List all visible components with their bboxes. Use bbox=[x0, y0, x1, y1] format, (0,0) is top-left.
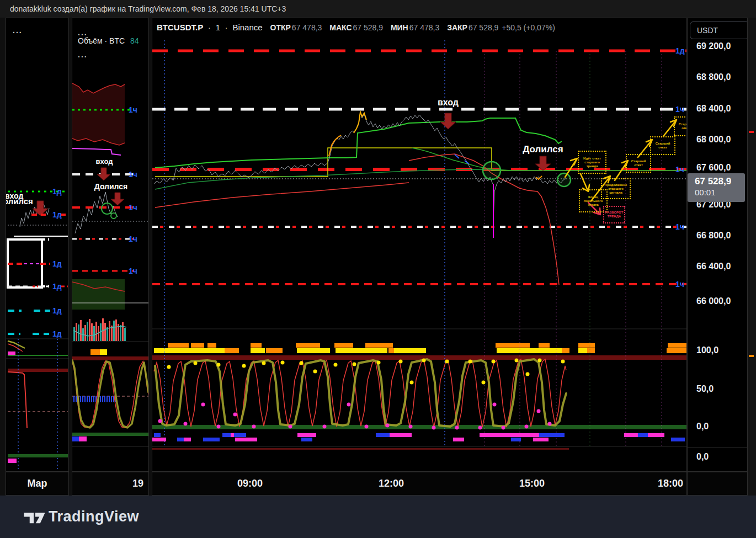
svg-text:1ч: 1ч bbox=[675, 280, 684, 289]
daily-chart-canvas[interactable]: 1д1д1д1д1д1д bbox=[6, 18, 69, 472]
footer-bar: TradingView bbox=[0, 496, 756, 538]
price-tick: 68 800,0 bbox=[696, 72, 731, 82]
price-tick: 66 800,0 bbox=[696, 231, 731, 241]
snapshot-title: donatakkluk создал(а) график на TradingV… bbox=[10, 4, 286, 13]
edge-marker-orange bbox=[749, 355, 754, 357]
entry-label-hourly: вход bbox=[88, 157, 121, 166]
low-value: 67 478,3 bbox=[409, 23, 440, 32]
oscillator-tick: 0,0 bbox=[696, 422, 709, 432]
projection-box-senior-2[interactable]: Старший откат bbox=[650, 136, 675, 155]
add-label-main: Долился bbox=[519, 144, 567, 155]
time-axis-hourly[interactable]: 19 bbox=[72, 472, 149, 496]
open-label: ОТКР bbox=[270, 23, 291, 32]
price-tick: 68 400,0 bbox=[696, 104, 731, 114]
svg-text:1ч: 1ч bbox=[675, 222, 684, 231]
currency-toggle-button[interactable]: USDT bbox=[690, 22, 748, 39]
svg-text:1д: 1д bbox=[52, 187, 62, 196]
svg-text:1ч: 1ч bbox=[129, 203, 137, 212]
symbol-name: BTCUSDT.P bbox=[157, 23, 203, 32]
time-axis-main[interactable]: 09:00 12:00 15:00 18:00 bbox=[152, 472, 687, 496]
panel-menu-dots[interactable]: ... bbox=[78, 52, 88, 57]
add-label-daily: Долился bbox=[6, 196, 33, 206]
time-tick: 15:00 bbox=[510, 472, 554, 495]
projection-box-continuation[interactable]: Продолжение старшего сигнала bbox=[601, 178, 631, 199]
daily-chart-panel[interactable]: 1д1д1д1д1д1д ... вход Долился bbox=[6, 18, 69, 472]
scale-divider bbox=[688, 448, 748, 448]
change-value: +50,5 (+0,07%) bbox=[502, 23, 555, 32]
projection-box-senior-1[interactable]: Старший откат bbox=[626, 154, 651, 173]
tradingview-logo-icon[interactable] bbox=[23, 507, 47, 529]
svg-text:1ч: 1ч bbox=[129, 267, 137, 275]
chart-legend[interactable]: BTCUSDT.P · 1 · Binance ОТКР67 478,3 МАК… bbox=[157, 23, 555, 32]
svg-text:1ч: 1ч bbox=[129, 170, 137, 179]
close-value: 67 528,9 bbox=[468, 23, 499, 32]
price-tick: 69 200,0 bbox=[696, 41, 731, 51]
svg-text:1д: 1д bbox=[52, 282, 62, 291]
time-tick: 18:00 bbox=[653, 472, 688, 495]
svg-text:1д: 1д bbox=[675, 46, 685, 55]
svg-text:1ч: 1ч bbox=[675, 165, 684, 174]
svg-text:1ч: 1ч bbox=[129, 235, 137, 243]
price-tick: 66 000,0 bbox=[696, 296, 731, 306]
price-tick: 68 000,0 bbox=[696, 135, 731, 145]
svg-text:1д: 1д bbox=[52, 306, 62, 315]
right-edge-strip bbox=[748, 18, 756, 496]
hourly-chart-panel[interactable]: 1ч1ч1ч1ч1ч ... Объём · BTC 84 ... вход Д… bbox=[72, 18, 149, 472]
panel-menu-dots[interactable]: ... bbox=[78, 30, 88, 35]
separator-dot: · bbox=[208, 23, 211, 32]
entry-label-main: вход bbox=[431, 98, 465, 108]
main-chart-panel[interactable]: 1д1ч1ч1ч1ч BTCUSDT.P · 1 · Binance ОТКР6… bbox=[152, 18, 687, 472]
add-label-hourly: Долился bbox=[88, 182, 134, 191]
svg-text:1д: 1д bbox=[52, 210, 62, 219]
interval: 1 bbox=[216, 23, 220, 32]
oscillator-tick: 100,0 bbox=[696, 345, 718, 355]
time-axis-daily[interactable]: Мар bbox=[6, 472, 69, 496]
last-price-badge: 67 528,9 00:01 bbox=[688, 173, 745, 202]
svg-text:1д: 1д bbox=[52, 259, 62, 268]
open-value: 67 478,3 bbox=[292, 23, 322, 32]
tradingview-snapshot: donatakkluk создал(а) график на TradingV… bbox=[0, 0, 756, 538]
edge-marker-red bbox=[749, 131, 754, 133]
svg-text:1ч: 1ч bbox=[129, 105, 137, 114]
panel-menu-dots[interactable]: ... bbox=[13, 28, 23, 33]
oscillator-tick: 50,0 bbox=[696, 384, 714, 394]
time-axis-corner bbox=[687, 472, 748, 496]
time-tick: 09:00 bbox=[228, 472, 272, 495]
price-tick: 67 600,0 bbox=[696, 163, 731, 173]
price-tick: 66 400,0 bbox=[696, 262, 731, 271]
close-label: ЗАКР bbox=[447, 23, 467, 32]
projection-box-pullback[interactable]: Идёт откат старшего тренда bbox=[578, 151, 606, 174]
oscillator-tick: 0,0 bbox=[696, 452, 709, 462]
time-tick: 12:00 bbox=[369, 472, 413, 495]
projection-box-senior-3[interactable]: Старший откат bbox=[674, 116, 687, 136]
last-price: 67 528,9 bbox=[695, 176, 745, 187]
separator-dot: · bbox=[225, 23, 228, 32]
bar-countdown: 00:01 bbox=[695, 188, 745, 197]
high-label: МАКС bbox=[329, 23, 352, 32]
volume-indicator-value: 84 bbox=[130, 36, 139, 45]
main-chart-canvas[interactable]: 1д1ч1ч1ч1ч bbox=[152, 18, 687, 472]
tradingview-wordmark[interactable]: TradingView bbox=[49, 508, 139, 525]
hourly-chart-canvas[interactable]: 1ч1ч1ч1ч1ч bbox=[72, 18, 149, 472]
price-scale[interactable]: USDT 69 200,0 68 800,0 68 400,0 68 000,0… bbox=[687, 18, 748, 472]
exchange-name: Binance bbox=[232, 23, 262, 32]
svg-text:1ч: 1ч bbox=[675, 105, 684, 114]
svg-text:1д: 1д bbox=[52, 329, 62, 338]
volume-indicator-name: Объём · BTC bbox=[78, 36, 125, 45]
snapshot-title-bar: donatakkluk создал(а) график на TradingV… bbox=[0, 0, 756, 18]
trend-reversal-box[interactable]: РАЗВОРОТ ТРЕНДА bbox=[603, 206, 625, 223]
volume-indicator-title[interactable]: Объём · BTC 84 bbox=[78, 36, 139, 45]
low-label: МИН bbox=[391, 23, 408, 32]
high-value: 67 528,9 bbox=[353, 23, 384, 32]
